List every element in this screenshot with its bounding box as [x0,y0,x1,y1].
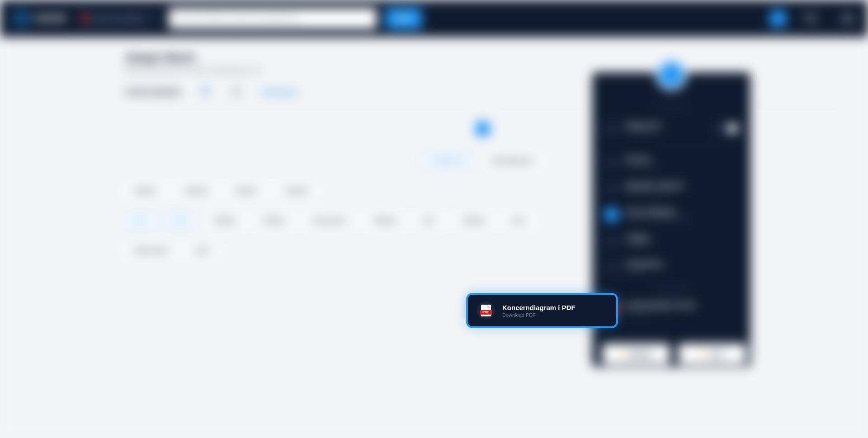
document-icon [604,155,619,170]
star-icon: ★ [619,350,625,358]
panel-caption: ANALYSER [601,104,741,109]
tab-active-label: Aktiv [201,93,210,98]
search-button[interactable]: SØG [386,8,422,29]
tab-active[interactable]: Aktiv [199,86,212,99]
pdf-badge: PDF [480,310,492,315]
tree-node[interactable]: ApS 2 [165,212,197,229]
brand-text: OWNR [33,13,67,24]
side-sub: Overvågning [626,130,662,135]
logo-icon [14,11,29,26]
tree-row-3: ApS 1 ApS 2 Holding 3 Holding 4 Internat… [125,212,841,229]
star-icon: ★ [700,350,706,358]
pipeline-label: Pipeline [629,350,653,358]
region-select[interactable]: Søg i alle regioner [76,8,160,29]
side-title: Koncerndiagram [626,208,689,215]
pdf-card-title: Koncerndiagram i PDF [502,304,576,311]
status-dot-icon [233,87,239,92]
flag-icon [82,14,89,23]
tree-node[interactable]: ApS 9 [502,212,535,229]
side-item-follow[interactable]: Følg person Overvågning [601,115,741,141]
pdf-file-icon: PDF [477,301,495,320]
side-item-relations[interactable]: Ejerkæde relationer Virksomhedsdiagram [601,175,741,202]
divider [601,145,741,146]
tab-konkurs[interactable]: Konkurs [230,86,242,99]
tab-overvaagninger[interactable]: OVERVÅGNINGER [125,89,181,96]
side-title: Forbindelser [626,260,664,268]
profile-address: Dalvej Boulevard 40, 2000 Frederiksberg,… [125,66,841,74]
tree-node[interactable]: Selskab D [276,183,319,199]
side-title: Ejerkæde relationer [626,182,685,189]
side-sub: Virksomhedsdiagram [626,190,685,195]
side-title: Sammendraget resumé [626,301,696,309]
side-title: Følg person [626,122,662,129]
search-button-label: SØG [396,15,410,22]
side-title: Resumé [626,155,659,163]
tree-node[interactable]: Selskab C [225,183,268,199]
user-account: Konto [804,19,818,25]
profile-name: Jesper Buch [125,51,841,65]
tree-node[interactable]: Selskab A [125,183,168,199]
tree-node[interactable]: Holding 8 [453,212,495,229]
side-item-tinglyst[interactable]: Tinglyst Ejendomme [601,228,741,254]
side-item-forbindelser[interactable]: Forbindelser Netværk [601,254,741,280]
status-dot-icon [203,87,208,92]
network-icon [604,181,619,196]
side-title: Tinglyst [626,234,652,241]
topbar: OWNR Søg i alle regioner Søg virksomhede… [0,0,868,37]
brand-logo[interactable]: OWNR [14,11,67,26]
bell-icon [604,121,619,136]
user-chip[interactable]: Navn Konto [804,12,818,25]
building-icon [604,233,619,249]
pipeline-button[interactable]: ★ Pipeline [602,344,670,364]
save-label: Gem [710,350,724,358]
side-item-resume[interactable]: Resumé Personoversigt [601,149,741,175]
tree-node[interactable]: BuchHolding A/S [482,153,543,169]
page-body: Jesper Buch Dalvej Boulevard 40, 2000 Fr… [0,37,868,438]
region-label: Søg i alle regioner [93,15,145,22]
tree-row-2: Selskab A Selskab B Selskab C Selskab D [125,183,841,199]
tree-node[interactable]: Datterselskab [125,242,178,259]
pdf-download-card[interactable]: PDF Koncerndiagram i PDF Download PDF [466,293,618,328]
tab-row: OVERVÅGNINGER Aktiv Konkurs Forbindelser [125,86,841,105]
tab-forbindelser[interactable]: Forbindelser [260,89,299,96]
search-input[interactable]: Søg virksomheder, personer og ejendomme [169,8,377,29]
bottom-buttons: ★ Pipeline ★ Gem [602,344,746,364]
tree-node[interactable]: ApS 1 [125,212,157,229]
pdf-card-subtitle: Download PDF [502,312,576,318]
tree-row-4: Datterselskab ApS 10 [125,242,841,259]
connections-icon [604,259,619,275]
user-avatar-icon[interactable] [770,10,786,27]
panel-section-label: LEVERANCER [601,287,741,292]
tree-node[interactable]: ApS 7 [413,212,446,229]
follow-toggle[interactable] [715,122,739,134]
side-sub: Personoversigt [626,164,659,169]
save-button[interactable]: ★ Gem [678,344,746,364]
search-placeholder: Søg virksomheder, personer og ejendomme [176,15,299,22]
tree-node[interactable]: ApS 10 [185,242,221,259]
side-item-summary[interactable]: Sammendraget resumé PDF rapport [601,295,741,321]
side-sub: PDF rapport [626,310,696,315]
blurred-backdrop: OWNR Søg i alle regioner Søg virksomhede… [0,0,868,438]
tree-node[interactable]: HOLDING A/S [422,153,475,169]
side-sub: Netværk [626,268,664,274]
tree-node[interactable]: International 5 [302,212,357,229]
tree-node[interactable]: Holding 6 [364,212,406,229]
side-sub: Ejendomme [626,242,652,248]
tree-row-1: HOLDING A/S BuchHolding A/S [125,153,841,169]
diagram-area: HOLDING A/S BuchHolding A/S Selskab A Se… [125,118,841,259]
tab-konkurs-label: Konkurs [229,93,244,98]
panel-crest-icon [656,59,687,90]
root-node-icon[interactable] [472,118,493,139]
user-name: Navn [804,12,817,19]
hamburger-menu-icon[interactable] [841,12,854,25]
hierarchy-icon [604,207,619,222]
side-item-diagram[interactable]: Koncerndiagram Ejerkæde og datterselskab… [601,202,741,228]
side-sub: Ejerkæde og datterselskaber [626,216,689,221]
tree-node[interactable]: Holding 3 [204,212,246,229]
tree-node[interactable]: Selskab B [175,183,218,199]
tree-node[interactable]: Holding 4 [254,212,296,229]
